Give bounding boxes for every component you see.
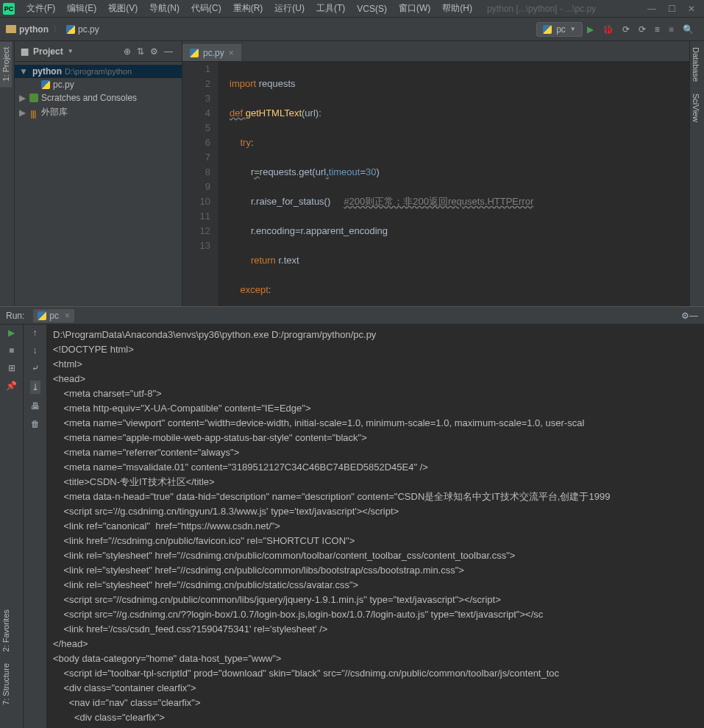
clear-all-button[interactable]: 🗑 [31, 419, 40, 429]
python-file-icon [190, 49, 199, 57]
run-toolbar-secondary: ↑ ↓ ⤶ ⤓ 🖶 🗑 [24, 325, 47, 728]
stop-run-button[interactable]: ■ [9, 345, 14, 356]
settings-button[interactable]: ⚙ [147, 46, 161, 57]
profile-button[interactable]: ⟳ [634, 24, 650, 35]
line-number-gutter: 12345678910111213 [182, 62, 218, 306]
python-file-icon [66, 25, 75, 34]
python-icon [38, 311, 46, 320]
tree-root[interactable]: ▼ python D:\program\python [15, 65, 182, 78]
tree-file[interactable]: pc.py [15, 78, 182, 91]
console-output[interactable]: D:\ProgramData\Anaconda3\envs\py36\pytho… [47, 325, 704, 728]
structure-tool-tab[interactable]: 7: Structure [0, 657, 12, 711]
collapse-all-button[interactable]: ⇅ [134, 46, 147, 57]
run-panel-title: Run: [6, 311, 24, 321]
search-everywhere-button[interactable]: 🔍 [678, 24, 698, 35]
tree-external-libs[interactable]: ▶ 外部库 [15, 105, 182, 120]
menu-edit[interactable]: 编辑(E) [61, 2, 102, 15]
up-stacktrace-button[interactable]: ↑ [33, 328, 38, 338]
run-tab[interactable]: pc × [33, 309, 74, 322]
hide-panel-button[interactable]: — [161, 46, 176, 57]
tree-scratches[interactable]: ▶ Scratches and Consoles [15, 91, 182, 105]
close-tab-button[interactable]: × [229, 48, 234, 58]
menu-run[interactable]: 运行(U) [269, 2, 310, 15]
print-button[interactable]: 🖶 [31, 401, 40, 411]
editor-tab[interactable]: pc.py × [182, 44, 241, 61]
python-file-icon [41, 80, 50, 89]
project-tool-tab[interactable]: 1: Project [0, 41, 12, 87]
project-tree[interactable]: ▼ python D:\program\python pc.py ▶ Scrat… [15, 62, 182, 306]
pin-button[interactable]: 📌 [6, 381, 17, 391]
folder-icon [6, 25, 16, 33]
soft-wrap-button[interactable]: ⤶ [32, 363, 39, 373]
breadcrumb-folder[interactable]: python [6, 24, 49, 35]
menu-file[interactable]: 文件(F) [21, 2, 61, 15]
navbar: python 〉 pc.py pc ▼ ▶ 🐞 ⟳ ⟳ ≡ ■ 🔍 [0, 18, 704, 41]
library-icon [29, 108, 38, 117]
app-logo: PC [3, 3, 15, 15]
menu-tools[interactable]: 工具(T) [310, 2, 351, 15]
run-with-coverage-button[interactable]: ⟳ [618, 24, 634, 35]
python-icon [543, 25, 552, 34]
layout-button[interactable]: ⊞ [8, 363, 15, 373]
maximize-button[interactable]: ☐ [668, 4, 676, 14]
run-settings-button[interactable]: ⚙ [681, 311, 689, 321]
menu-refactor[interactable]: 重构(R) [227, 2, 269, 15]
debug-button[interactable]: 🐞 [598, 24, 618, 35]
rerun-button[interactable]: ▶ [8, 328, 15, 338]
code-content[interactable]: import requests def getHTMLText(url): tr… [227, 62, 689, 306]
window-title: python [...\python] - ...\pc.py [478, 4, 641, 14]
project-panel-title[interactable]: Project [33, 46, 63, 57]
run-configuration-dropdown[interactable]: pc ▼ [536, 22, 583, 37]
menu-view[interactable]: 视图(V) [102, 2, 143, 15]
breadcrumb-separator: 〉 [53, 23, 62, 35]
minimize-button[interactable]: — [647, 4, 656, 14]
run-tool-window: Run: pc × ⚙ — ▶ ■ ⊞ 📌 ↑ ↓ ⤶ ⤓ 🖶 🗑 D:\Pro… [0, 306, 704, 728]
down-stacktrace-button[interactable]: ↓ [33, 345, 38, 356]
close-run-tab-button[interactable]: × [65, 311, 70, 321]
left-tool-tabs: 1: Project [0, 41, 15, 306]
attach-button[interactable]: ≡ [650, 24, 664, 35]
close-button[interactable]: ✕ [688, 4, 695, 14]
hide-run-panel-button[interactable]: — [689, 311, 698, 321]
editor-tabs: pc.py × [182, 41, 689, 62]
project-view-icon: ▦ [21, 46, 29, 57]
menu-help[interactable]: 帮助(H) [436, 2, 478, 15]
locate-button[interactable]: ⊕ [121, 46, 134, 57]
database-tool-tab[interactable]: Database [690, 41, 702, 88]
scratches-icon [29, 93, 38, 102]
favorites-tool-tab[interactable]: 2: Favorites [0, 604, 12, 657]
breadcrumb-file[interactable]: pc.py [66, 24, 99, 35]
menu-window[interactable]: 窗口(W) [393, 2, 436, 15]
project-panel: ▦ Project ▼ ⊕ ⇅ ⚙ — ▼ python D:\program\… [15, 41, 182, 306]
sciview-tool-tab[interactable]: SciView [690, 88, 702, 128]
titlebar: PC 文件(F) 编辑(E) 视图(V) 导航(N) 代码(C) 重构(R) 运… [0, 0, 704, 18]
menu-navigate[interactable]: 导航(N) [143, 2, 185, 15]
right-tool-tabs: Database SciView [689, 41, 704, 306]
dropdown-arrow-icon: ▼ [570, 26, 576, 32]
run-button[interactable]: ▶ [583, 24, 598, 35]
code-editor[interactable]: 12345678910111213 import requests def ge… [182, 62, 689, 306]
project-view-dropdown-icon[interactable]: ▼ [68, 48, 74, 54]
stop-button[interactable]: ■ [664, 24, 678, 35]
scroll-to-end-button[interactable]: ⤓ [30, 381, 40, 394]
menu-vcs[interactable]: VCS(S) [351, 4, 393, 14]
editor-area: pc.py × 12345678910111213 import request… [182, 41, 689, 306]
menu-code[interactable]: 代码(C) [185, 2, 227, 15]
